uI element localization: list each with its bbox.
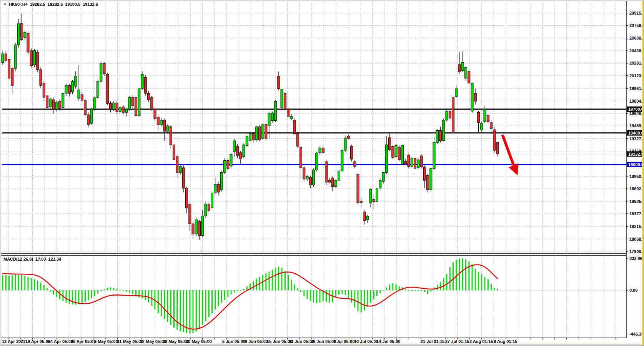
candle-bear	[284, 93, 286, 109]
candle-bear	[487, 115, 489, 122]
macd-histogram-bar	[94, 290, 95, 296]
candle-bear	[59, 101, 61, 108]
macd-histogram-bar	[100, 290, 102, 291]
macd-histogram-bar	[275, 268, 276, 290]
macd-histogram-bar	[449, 267, 451, 290]
candle-bear	[103, 63, 105, 74]
macd-histogram-bar	[224, 290, 225, 300]
macd-histogram-bar	[379, 290, 381, 293]
candle-bear	[287, 109, 290, 116]
macd-histogram-bar	[69, 290, 70, 304]
candle-bull	[62, 93, 64, 108]
window-bottom-strip	[1, 344, 642, 346]
macd-histogram-bar	[358, 290, 359, 311]
macd-histogram-bar	[24, 276, 25, 291]
macd-histogram-bar	[316, 290, 317, 303]
macd-histogram-bar	[170, 290, 171, 325]
macd-histogram-bar	[478, 272, 479, 291]
candle-bull	[78, 90, 80, 98]
candle-bear	[163, 120, 166, 131]
macd-histogram-bar	[240, 290, 241, 291]
macd-histogram-bar	[291, 280, 292, 291]
macd-histogram-bar	[145, 290, 146, 300]
time-axis-label: 23 May 05:00	[163, 339, 189, 344]
macd-histogram-bar	[278, 267, 279, 290]
candle-bull	[395, 146, 397, 157]
macd-histogram-bar	[218, 290, 219, 306]
chart-canvas[interactable]: 20915.520758.020600.520438.520281.020123…	[0, 0, 644, 346]
candle-bull	[443, 120, 445, 141]
candle-bull	[90, 109, 93, 123]
candle-bear	[347, 136, 349, 138]
price-axis-label: 17900.5	[629, 249, 644, 254]
candle-bull	[166, 126, 169, 131]
candle-bear	[21, 23, 23, 40]
candle-bear	[240, 153, 242, 159]
macd-histogram-bar	[421, 290, 422, 291]
macd-histogram-bar	[215, 290, 216, 309]
macd-histogram-bar	[148, 290, 149, 302]
candle-bull	[471, 83, 473, 111]
macd-histogram-bar	[2, 275, 3, 290]
macd-histogram-bar	[202, 290, 203, 325]
candle-bear	[40, 70, 42, 85]
candle-bear	[452, 98, 454, 133]
macd-histogram-bar	[120, 290, 121, 290]
macd-histogram-bar	[481, 274, 482, 290]
candle-bull	[205, 204, 207, 216]
candle-bear	[300, 148, 302, 168]
macd-histogram-bar	[53, 290, 54, 294]
price-axis-label: 18535.0	[629, 199, 644, 204]
macd-histogram-bar	[297, 288, 298, 290]
macd-histogram-bar	[135, 290, 136, 296]
candle-bull	[334, 180, 337, 187]
candle-bull	[93, 98, 96, 109]
candle-bear	[27, 33, 29, 52]
macd-histogram-bar	[405, 289, 406, 291]
candle-bear	[420, 156, 423, 167]
panel-separator[interactable]	[1, 254, 626, 255]
macd-main-value: 17.03	[35, 257, 46, 261]
candle-bear	[265, 124, 267, 138]
macd-histogram-bar	[132, 290, 133, 294]
macd-histogram-bar	[418, 290, 419, 291]
time-axis-label: 30 May 05:00	[186, 339, 212, 344]
candle-bear	[439, 131, 442, 141]
candle-bull	[75, 76, 77, 86]
candle-bear	[331, 178, 334, 187]
candle-bear	[30, 51, 32, 66]
candle-bear	[227, 161, 229, 169]
macd-histogram-bar	[411, 290, 413, 291]
candle-bull	[366, 216, 369, 220]
symbol-dropdown-icon[interactable]: ▼	[3, 3, 7, 6]
candle-bear	[392, 146, 394, 158]
price-axis-label: 20123.5	[629, 73, 644, 78]
candle-bull	[481, 123, 483, 130]
macd-histogram-bar	[465, 260, 466, 290]
macd-histogram-bar	[189, 290, 190, 334]
candle-bull	[100, 63, 102, 82]
price-axis-label: 20438.5	[629, 48, 644, 53]
macd-histogram-bar	[72, 290, 73, 304]
macd-histogram-bar	[138, 290, 140, 298]
macd-histogram-bar	[475, 269, 476, 290]
macd-histogram-bar	[18, 275, 19, 290]
candle-bear	[81, 95, 83, 100]
macd-histogram-bar	[453, 263, 454, 291]
candle-bear	[43, 83, 45, 97]
candle-bull	[33, 51, 36, 65]
candle-bull	[436, 131, 438, 143]
macd-histogram-bar	[161, 290, 162, 316]
price-badge-label: 19400.0	[628, 131, 644, 135]
candle-bear	[328, 180, 331, 182]
candle-bull	[271, 113, 273, 121]
price-axis-label: 19327.0	[629, 136, 644, 141]
macd-histogram-bar	[37, 281, 38, 290]
candle-bull	[461, 63, 464, 71]
candle-bear	[354, 162, 356, 166]
macd-histogram-bar	[237, 290, 238, 291]
macd-histogram-bar	[97, 290, 98, 294]
candle-bull	[465, 67, 467, 78]
macd-histogram-bar	[313, 290, 314, 302]
candle-bear	[116, 103, 118, 112]
